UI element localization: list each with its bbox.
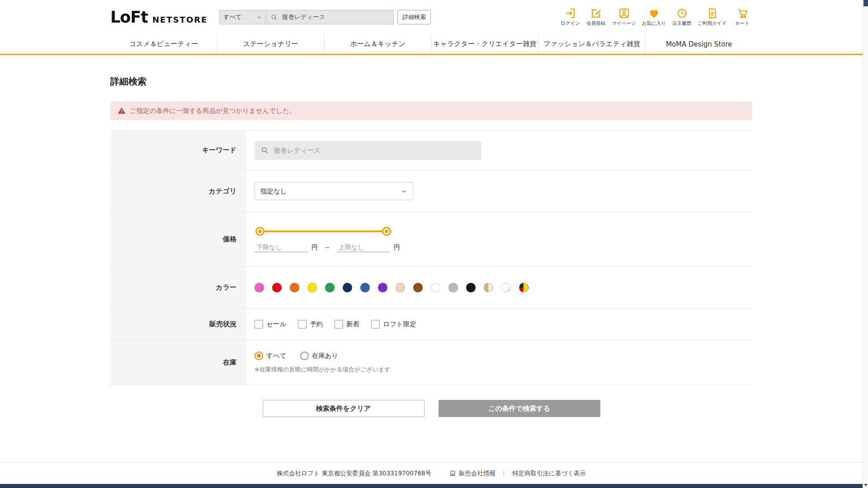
site-header: LoFt NETSTORE すべて 詳細検索 — [0, 0, 863, 34]
utility-label: 注文履歴 — [672, 20, 691, 27]
scrollbar-thumb[interactable] — [863, 0, 868, 6]
swatch-red[interactable] — [272, 283, 282, 292]
form-actions: 検索条件をクリア この条件で検索する — [110, 400, 752, 417]
utility-guide[interactable]: ご利用ガイド — [698, 8, 726, 27]
utility-login[interactable]: ログイン — [560, 8, 580, 27]
advanced-search-form: キーワード カテゴリ 指定なし — [110, 130, 752, 385]
guide-icon — [707, 8, 718, 19]
nav-item-fashion[interactable]: ファッション＆バラエティ雑貨 — [538, 34, 645, 54]
scrollbar-down-button[interactable] — [863, 482, 868, 488]
color-swatches — [255, 283, 528, 292]
loft-logo[interactable]: LoFt NETSTORE — [110, 8, 208, 26]
warning-icon — [118, 107, 126, 115]
site-footer: 株式会社ロフト 東京都公安委員会 第303319700768号 販売会社情報 特… — [0, 462, 863, 488]
radio-button — [255, 352, 263, 360]
nav-item-stationery[interactable]: ステーショナリー — [217, 34, 324, 54]
logo-loft-text: LoFt — [110, 8, 148, 26]
utility-cart[interactable]: カート — [732, 8, 752, 27]
form-row-sales-status: 販売状況 セール 予約 — [110, 308, 752, 340]
swatch-blue[interactable] — [360, 283, 370, 292]
utility-label: 会員登録 — [586, 20, 605, 27]
utility-label: カート — [735, 20, 750, 27]
footer-company-registration: 株式会社ロフト 東京都公安委員会 第303319700768号 — [277, 469, 431, 478]
swatch-white[interactable] — [431, 283, 440, 292]
swatch-gold-silver[interactable] — [484, 283, 493, 292]
nav-item-home-kitchen[interactable]: ホーム＆キッチン — [324, 34, 431, 54]
swatch-pink[interactable] — [255, 283, 264, 292]
swatch-brown[interactable] — [413, 283, 423, 292]
footer-dark-bar — [0, 484, 863, 488]
header-search-input[interactable] — [281, 13, 389, 21]
category-select[interactable]: 指定なし — [255, 182, 413, 200]
swatch-purple[interactable] — [378, 283, 387, 292]
no-results-message: ご指定の条件に一致する商品が見つかりませんでした。 — [130, 107, 296, 115]
sales-status-label: 販売状況 — [110, 309, 246, 340]
radio-button — [300, 352, 309, 360]
history-icon — [676, 8, 688, 19]
search-scope-value: すべて — [223, 13, 241, 21]
header-search-box — [266, 10, 394, 24]
price-slider-track — [260, 230, 387, 232]
checkbox-box — [335, 320, 343, 328]
footer-link-company-info[interactable]: 販売会社情報 — [449, 469, 495, 478]
utility-label: お気に入り — [642, 20, 666, 27]
footer-link-commercial-law[interactable]: 特定商取引法に基づく表示 — [512, 469, 586, 478]
keyword-label: キーワード — [110, 131, 246, 170]
swatch-navy[interactable] — [343, 283, 352, 292]
swatch-clear[interactable] — [501, 283, 511, 292]
search-scope-select[interactable]: すべて — [219, 10, 266, 24]
category-select-value: 指定なし — [260, 187, 287, 196]
register-icon — [590, 8, 602, 19]
keyword-input[interactable] — [273, 146, 475, 155]
chevron-down-icon — [401, 188, 407, 195]
page-title: 詳細検索 — [110, 76, 752, 87]
stock-note: ※在庫情報の反映に時間がかかる場合がございます — [255, 366, 391, 374]
form-row-keyword: キーワード — [110, 130, 752, 170]
sales-status-options: セール 予約 新着 — [255, 320, 416, 328]
price-max-input[interactable] — [337, 243, 390, 252]
form-row-category: カテゴリ 指定なし — [110, 170, 752, 212]
utility-label: ご利用ガイド — [698, 20, 726, 27]
swatch-gray[interactable] — [448, 283, 458, 292]
radio-stock-available[interactable]: 在庫あり — [300, 352, 339, 360]
utility-favorites[interactable]: お気に入り — [642, 8, 666, 27]
price-min-input[interactable] — [255, 243, 308, 252]
clear-search-button[interactable]: 検索条件をクリア — [263, 400, 425, 417]
swatch-black[interactable] — [466, 283, 476, 292]
footer-link-label: 特定商取引法に基づく表示 — [512, 469, 586, 478]
form-row-price: 価格 円 ～ 円 — [110, 212, 752, 266]
store-icon — [449, 470, 456, 477]
price-slider-handle-max[interactable] — [382, 227, 391, 236]
nav-item-cosme[interactable]: コスメ＆ビューティー — [110, 34, 217, 54]
utility-mypage[interactable]: マイページ — [612, 8, 636, 27]
swatch-multicolor[interactable] — [519, 283, 528, 292]
checkbox-loft-exclusive[interactable]: ロフト限定 — [371, 320, 416, 328]
swatch-orange[interactable] — [290, 283, 299, 292]
radio-stock-all[interactable]: すべて — [255, 352, 287, 360]
checkbox-box — [298, 320, 307, 328]
checkbox-box — [255, 320, 263, 328]
submit-search-button[interactable]: この条件で検索する — [439, 400, 600, 417]
swatch-beige[interactable] — [396, 283, 405, 292]
swatch-green[interactable] — [325, 283, 335, 292]
header-utility-nav: ログイン 会員登録 マイページ お気に入り — [560, 8, 752, 27]
nav-item-moma[interactable]: MoMA Design Store — [645, 34, 752, 54]
vertical-scrollbar[interactable] — [863, 0, 868, 488]
footer-divider — [504, 470, 504, 477]
utility-order-history[interactable]: 注文履歴 — [672, 8, 692, 27]
scroll-down-arrow-icon — [864, 484, 868, 486]
checkbox-sale[interactable]: セール — [255, 320, 286, 328]
search-icon — [261, 146, 269, 154]
category-label: カテゴリ — [110, 170, 246, 212]
checkbox-reservation[interactable]: 予約 — [298, 320, 323, 328]
checkbox-label: 新着 — [346, 320, 359, 328]
footer-links: 株式会社ロフト 東京都公安委員会 第303319700768号 販売会社情報 特… — [0, 462, 863, 484]
nav-item-character[interactable]: キャラクター・クリエイター雑貨 — [431, 34, 538, 54]
swatch-yellow[interactable] — [307, 283, 317, 292]
cart-icon — [737, 8, 748, 19]
price-slider-handle-min[interactable] — [255, 227, 264, 236]
logo-netstore-text: NETSTORE — [152, 15, 208, 24]
checkbox-new-arrival[interactable]: 新着 — [335, 320, 359, 328]
advanced-search-button[interactable]: 詳細検索 — [397, 10, 431, 24]
utility-register[interactable]: 会員登録 — [586, 8, 606, 27]
